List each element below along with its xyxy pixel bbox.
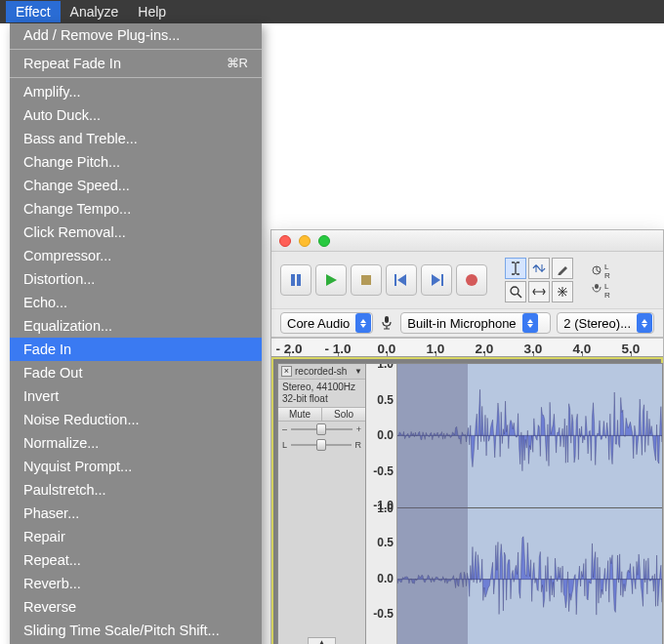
skip-end-button[interactable] — [421, 264, 452, 296]
solo-button[interactable]: Solo — [322, 408, 365, 421]
menu-item-reverse[interactable]: Reverse — [10, 595, 262, 619]
menu-item-repeat-fade-in[interactable]: Repeat Fade In⌘R — [10, 52, 262, 75]
menu-item-auto-duck[interactable]: Auto Duck... — [10, 103, 262, 127]
menu-analyze[interactable]: Analyze — [61, 1, 129, 22]
menu-item-compressor[interactable]: Compressor... — [10, 244, 262, 267]
menu-item-paulstretch[interactable]: Paulstretch... — [10, 478, 262, 502]
menu-item-repair[interactable]: Repair — [10, 525, 262, 548]
vertical-scale: 1.00.50.0-0.5-1.01.00.50.0-0.5-1.0 — [366, 364, 397, 644]
skip-start-icon — [394, 273, 409, 287]
menu-item-distortion[interactable]: Distortion... — [10, 267, 262, 291]
device-toolbar: Core Audio Built-in Microphone 2 (Stereo… — [271, 308, 663, 338]
menu-item-fade-in[interactable]: Fade In — [10, 338, 262, 361]
audio-track[interactable]: × recorded-sh ▼ Stereo, 44100Hz 32-bit f… — [277, 363, 663, 644]
tools-palette — [505, 258, 573, 302]
svg-point-9 — [511, 287, 519, 295]
multitool-icon — [557, 286, 568, 298]
track-collapse-button[interactable]: ▲ — [308, 637, 337, 644]
svg-marker-5 — [397, 274, 406, 286]
scale-label: -0.5 — [373, 607, 394, 621]
stop-button[interactable] — [351, 264, 382, 296]
audio-host-select[interactable]: Core Audio — [280, 312, 373, 334]
window-titlebar[interactable] — [271, 230, 663, 252]
menu-item-noise-reduction[interactable]: Noise Reduction... — [10, 408, 262, 431]
play-icon — [323, 272, 339, 288]
play-button[interactable] — [315, 264, 347, 296]
menu-item-sliding-time-scale-pitch-shift[interactable]: Sliding Time Scale/Pitch Shift... — [10, 619, 262, 642]
menu-item-echo[interactable]: Echo... — [10, 291, 262, 314]
gain-slider[interactable]: – + — [278, 422, 365, 437]
menu-item-equalization[interactable]: Equalization... — [10, 314, 262, 338]
scale-label: 1.0 — [377, 502, 394, 515]
effect-menu: Add / Remove Plug-ins...Repeat Fade In⌘R… — [10, 23, 262, 644]
window-zoom-icon[interactable] — [318, 235, 330, 247]
menu-item-click-removal[interactable]: Click Removal... — [10, 221, 262, 244]
menu-item-invert[interactable]: Invert — [10, 384, 262, 408]
menu-item-reverb[interactable]: Reverb... — [10, 572, 262, 595]
waveform-display[interactable]: 1.00.50.0-0.5-1.01.00.50.0-0.5-1.0 — [366, 364, 662, 644]
window-close-icon[interactable] — [279, 235, 291, 247]
svg-line-10 — [518, 294, 521, 298]
toolbar: LR LR Core Audio Built-in Microphone 2 (… — [271, 252, 663, 339]
stop-icon — [359, 273, 373, 287]
menu-item-change-speed[interactable]: Change Speed... — [10, 174, 262, 197]
rec-meter-icon: LR — [591, 262, 620, 279]
zoom-tool[interactable] — [505, 281, 526, 302]
slider-thumb[interactable] — [316, 439, 326, 451]
multi-tool[interactable] — [552, 281, 573, 302]
scale-label: -0.5 — [373, 464, 394, 478]
svg-rect-3 — [361, 275, 371, 285]
menu-separator — [10, 49, 262, 50]
svg-text:R: R — [604, 271, 610, 279]
menu-item-change-pitch[interactable]: Change Pitch... — [10, 150, 262, 174]
menu-item-phaser[interactable]: Phaser... — [10, 502, 262, 525]
timeshift-icon — [532, 287, 546, 297]
menu-item-change-tempo[interactable]: Change Tempo... — [10, 197, 262, 221]
track-control-panel[interactable]: × recorded-sh ▼ Stereo, 44100Hz 32-bit f… — [278, 364, 366, 644]
svg-rect-1 — [297, 274, 301, 286]
svg-rect-0 — [291, 274, 295, 286]
track-close-button[interactable]: × — [281, 366, 292, 377]
skip-start-button[interactable] — [386, 264, 417, 296]
draw-tool[interactable] — [552, 258, 573, 279]
ibeam-icon — [510, 262, 521, 275]
scale-label: 0.5 — [377, 393, 394, 407]
record-button[interactable] — [456, 264, 487, 296]
stepper-icon — [522, 313, 538, 333]
pause-button[interactable] — [280, 264, 311, 296]
menu-item-bass-and-treble[interactable]: Bass and Treble... — [10, 127, 262, 150]
timeshift-tool[interactable] — [528, 281, 550, 302]
pan-slider[interactable]: L R — [278, 437, 365, 453]
menu-item-nyquist-prompt[interactable]: Nyquist Prompt... — [10, 455, 262, 478]
mute-button[interactable]: Mute — [278, 408, 322, 421]
slider-thumb[interactable] — [316, 423, 326, 435]
play-meter-icon: LR — [591, 281, 620, 299]
selection-tool[interactable] — [505, 258, 526, 279]
menu-effect[interactable]: Effect — [6, 1, 61, 22]
svg-text:R: R — [604, 291, 610, 299]
svg-text:L: L — [604, 282, 609, 291]
track-menu-dropdown[interactable]: ▼ — [354, 367, 362, 376]
svg-point-8 — [466, 274, 477, 286]
recording-device-select[interactable]: Built-in Microphone — [400, 312, 551, 334]
envelope-tool[interactable] — [528, 258, 550, 279]
recording-channels-select[interactable]: 2 (Stereo)... — [557, 312, 654, 334]
scale-label: 0.5 — [377, 536, 394, 549]
svg-marker-6 — [432, 274, 440, 286]
menu-item-add-remove-plug-ins[interactable]: Add / Remove Plug-ins... — [10, 23, 262, 47]
track-name: recorded-sh — [295, 366, 347, 377]
meter-toolbar-stub: LR LR — [591, 262, 620, 299]
audacity-window: LR LR Core Audio Built-in Microphone 2 (… — [270, 229, 664, 644]
menu-item-repeat[interactable]: Repeat... — [10, 548, 262, 572]
envelope-icon — [532, 262, 546, 274]
scale-label: 1.0 — [377, 364, 394, 371]
tracks-area: × recorded-sh ▼ Stereo, 44100Hz 32-bit f… — [271, 356, 663, 644]
menu-item-fade-out[interactable]: Fade Out — [10, 361, 262, 384]
svg-rect-4 — [394, 274, 396, 286]
window-minimize-icon[interactable] — [299, 235, 311, 247]
time-selection[interactable] — [397, 364, 468, 644]
record-icon — [465, 273, 478, 287]
menu-item-amplify[interactable]: Amplify... — [10, 80, 262, 103]
menu-item-normalize[interactable]: Normalize... — [10, 431, 262, 455]
menu-help[interactable]: Help — [128, 1, 176, 22]
